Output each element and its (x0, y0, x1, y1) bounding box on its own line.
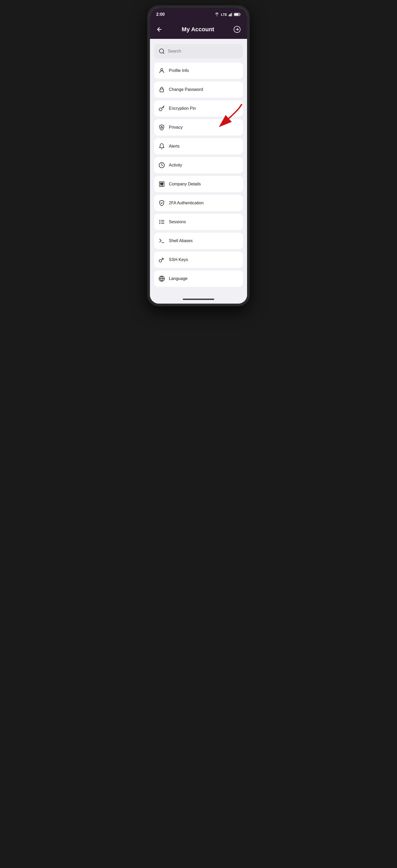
menu-list: Profile InfoChange PasswordEncryption Pi… (154, 63, 243, 287)
home-indicator (150, 295, 247, 304)
menu-label-alerts: Alerts (169, 144, 180, 149)
svg-point-9 (161, 68, 163, 71)
menu-item-activity[interactable]: Activity (154, 157, 243, 173)
menu-item-change-password[interactable]: Change Password (154, 82, 243, 98)
svg-rect-3 (232, 12, 233, 16)
signal-icon (229, 12, 233, 16)
search-bar[interactable] (154, 44, 243, 58)
phone-frame: 2:00 LTE (147, 5, 250, 306)
menu-item-privacy[interactable]: Privacy (154, 119, 243, 135)
activity-icon (158, 162, 165, 168)
svg-rect-10 (160, 89, 163, 92)
menu-item-alerts[interactable]: Alerts (154, 138, 243, 154)
profile-info-icon (158, 67, 165, 74)
menu-label-profile-info: Profile Info (169, 68, 189, 73)
menu-item-company-details[interactable]: Company Details (154, 176, 243, 192)
svg-rect-5 (240, 14, 241, 15)
sessions-icon (158, 218, 165, 225)
menu-item-encryption-pin[interactable]: Encryption Pin (154, 100, 243, 117)
status-bar: 2:00 LTE (150, 8, 247, 21)
logout-button[interactable] (233, 25, 242, 34)
search-input[interactable] (168, 49, 239, 54)
menu-label-shell-aliases: Shell Aliases (169, 239, 193, 243)
page-title: My Account (182, 26, 214, 33)
encryption-pin-icon (158, 105, 165, 112)
menu-item-language[interactable]: Language (154, 271, 243, 287)
privacy-icon (158, 124, 165, 131)
menu-label-privacy: Privacy (169, 125, 182, 130)
2fa-authentication-icon (158, 199, 165, 207)
svg-rect-2 (231, 13, 232, 16)
change-password-icon (158, 86, 165, 93)
search-icon (158, 48, 165, 55)
svg-rect-6 (235, 14, 239, 16)
menu-item-2fa-authentication[interactable]: 2FA Authentication (154, 195, 243, 211)
header: My Account (150, 21, 247, 39)
ssh-keys-icon (158, 256, 165, 263)
menu-label-2fa-authentication: 2FA Authentication (169, 200, 204, 206)
alerts-icon (158, 143, 165, 150)
company-details-icon (158, 181, 165, 188)
lte-label: LTE (221, 12, 227, 17)
shell-aliases-icon (158, 238, 165, 244)
menu-label-company-details: Company Details (169, 182, 201, 186)
menu-label-language: Language (169, 276, 187, 281)
menu-item-shell-aliases[interactable]: Shell Aliases (154, 233, 243, 249)
language-icon (158, 275, 165, 282)
menu-label-ssh-keys: SSH Keys (169, 257, 188, 262)
menu-item-profile-info[interactable]: Profile Info (154, 63, 243, 79)
menu-label-sessions: Sessions (169, 220, 186, 224)
back-button[interactable] (155, 25, 163, 34)
menu-label-encryption-pin: Encryption Pin (169, 106, 196, 111)
status-time: 2:00 (156, 12, 164, 17)
svg-rect-0 (229, 15, 230, 16)
wifi-icon (215, 12, 219, 16)
menu-item-sessions[interactable]: Sessions (154, 214, 243, 230)
battery-icon (234, 12, 241, 16)
status-icons: LTE (215, 12, 241, 17)
home-bar (183, 299, 214, 300)
svg-rect-1 (230, 14, 231, 16)
menu-label-activity: Activity (169, 163, 182, 167)
menu-label-change-password: Change Password (169, 87, 203, 92)
menu-item-ssh-keys[interactable]: SSH Keys (154, 252, 243, 268)
content-area: Profile InfoChange PasswordEncryption Pi… (150, 39, 247, 295)
